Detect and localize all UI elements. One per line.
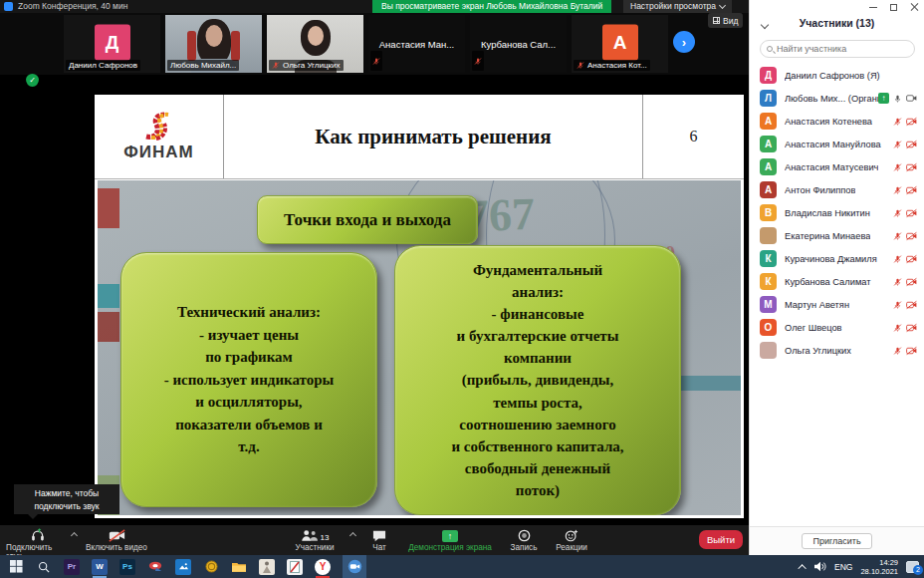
record-icon — [518, 529, 531, 542]
app-icon-document[interactable] — [287, 559, 303, 575]
photos-icon[interactable] — [175, 559, 191, 575]
text-line: показатели объемов и — [175, 414, 323, 436]
search-input[interactable] — [777, 44, 896, 54]
participant-row[interactable]: К Курбанова Салимат — [750, 270, 924, 293]
coin-app-icon[interactable] — [203, 559, 219, 575]
mic-off-icon — [893, 231, 902, 241]
zoom-taskbar-icon[interactable] — [343, 555, 366, 578]
file-explorer-icon[interactable] — [231, 559, 247, 575]
start-video-button[interactable]: Включить видео — [82, 527, 151, 552]
photos-glyph — [179, 562, 188, 571]
action-center-icon[interactable]: 2 — [906, 561, 919, 573]
yandex-browser-icon[interactable]: Y — [315, 559, 331, 575]
participant-row[interactable]: Д Даниил Сафронов (Я) — [750, 64, 924, 87]
video-tile[interactable]: Ольга Углицких — [267, 15, 363, 73]
avatar: А — [760, 158, 777, 175]
person-face — [308, 26, 324, 46]
participant-row[interactable]: К Курачинова Джамиля — [750, 247, 924, 270]
fundamental-analysis-box: Фундаментальный анализ: - финансовые и б… — [394, 245, 681, 515]
participants-options-caret-icon[interactable] — [349, 532, 356, 539]
folder-glyph — [232, 561, 246, 572]
camera-icon — [906, 94, 917, 103]
start-button[interactable] — [8, 559, 24, 575]
search-icon — [767, 46, 773, 52]
invite-button[interactable]: Пригласить — [802, 533, 871, 549]
document-glyph — [290, 561, 300, 573]
avatar: О — [760, 319, 777, 336]
zoom-toolbar: Подключить звук Включить видео 13 — [0, 525, 749, 555]
media-player-icon[interactable] — [147, 559, 163, 575]
zoom-camera-glyph — [347, 559, 362, 574]
share-screen-icon: ↑ — [442, 530, 458, 542]
reactions-button[interactable]: Реакции — [550, 527, 593, 552]
text-line: - изучает цены — [199, 324, 299, 347]
taskbar-clock[interactable]: 14:29 28.10.2021 — [860, 558, 898, 576]
camera-off-icon — [109, 529, 125, 542]
participant-row[interactable]: А Антон Филиппов — [750, 178, 924, 201]
video-tile[interactable]: А Анастасия Кот... — [572, 15, 668, 73]
taskbar-date: 28.10.2021 — [860, 567, 898, 576]
screen-share-banner: Вы просматриваете экран Любовь Михайловн… — [372, 0, 611, 13]
video-tile[interactable]: Курбанова Сал... — [470, 15, 567, 73]
camera-off-icon — [906, 346, 917, 356]
participant-search[interactable] — [760, 40, 915, 58]
participant-name: Любовь Мих... (Организатор) — [785, 94, 886, 104]
participants-label: Участники — [295, 543, 334, 552]
photoshop-icon[interactable]: Ps — [119, 559, 135, 575]
share-screen-button[interactable]: ↑ Демонстрация экрана — [402, 527, 498, 552]
video-tile-active-speaker[interactable]: Любовь Михайл... — [165, 15, 262, 73]
participant-name: Курачинова Джамиля — [785, 254, 877, 264]
participant-name: Анастасия Котенева — [785, 117, 872, 127]
participants-button[interactable]: 13 Участники — [287, 527, 343, 552]
participant-row[interactable]: А Анастасия Матусевич — [750, 155, 924, 178]
close-icon[interactable] — [910, 3, 918, 11]
view-settings-button[interactable]: Настройки просмотра — [623, 0, 732, 13]
participant-row[interactable]: О Олег Швецов — [750, 316, 924, 339]
video-tile[interactable]: Д Даниил Сафронов — [64, 15, 160, 73]
view-button[interactable]: Вид — [708, 13, 743, 28]
avatar: Д — [95, 25, 130, 61]
participant-row[interactable]: А Анастасия Котенева — [750, 110, 924, 133]
taskbar-time: 14:29 — [879, 558, 898, 567]
participants-list: Д Даниил Сафронов (Я) Л Любовь Мих... (О… — [750, 64, 924, 362]
zoom-app-icon — [4, 2, 13, 11]
camera-off-icon — [906, 277, 917, 287]
language-indicator[interactable]: ENG — [834, 562, 852, 572]
camera-off-icon — [906, 231, 917, 241]
avatar: Л — [760, 90, 777, 107]
mic-off-icon — [893, 323, 902, 333]
avatar: А — [760, 181, 777, 198]
chevron-down-icon — [719, 2, 726, 9]
volume-icon[interactable] — [814, 561, 826, 572]
premiere-icon[interactable]: Pr — [64, 559, 80, 575]
participant-name: Олег Швецов — [785, 323, 842, 333]
mic-off-icon — [893, 208, 902, 218]
video-tile[interactable]: Анастасия Ман... — [368, 15, 465, 73]
next-participants-button[interactable]: › — [673, 31, 695, 53]
text-line: и бухгалтерские отчеты — [457, 325, 619, 347]
mic-off-icon — [893, 140, 902, 149]
hidden-icons-chevron-icon[interactable] — [798, 564, 806, 572]
avatar: А — [760, 136, 777, 152]
record-button[interactable]: Запись — [506, 527, 542, 552]
participant-row[interactable]: Екатерина Минаева — [750, 224, 924, 247]
video-strip: Д Даниил Сафронов Любовь Михайл... — [0, 13, 749, 75]
security-shield-icon[interactable]: ✓ — [26, 74, 39, 87]
participants-icon — [301, 529, 319, 542]
mic-off-icon — [893, 162, 902, 172]
taskbar-search-button[interactable] — [36, 559, 52, 575]
participant-row[interactable]: Ольга Углицких — [750, 339, 924, 362]
chat-button[interactable]: Чат — [364, 527, 394, 552]
chair-shape — [231, 31, 240, 61]
finam-wordmark: ФИНАМ — [123, 143, 193, 162]
audio-options-caret-icon[interactable] — [71, 532, 78, 539]
app-icon-figure[interactable] — [259, 559, 275, 575]
participant-row[interactable]: М Мартун Аветян — [750, 293, 924, 316]
participant-row[interactable]: Л Любовь Мих... (Организатор) ↑ — [750, 87, 924, 110]
participant-row[interactable]: В Владислав Никитин — [750, 201, 924, 224]
participant-row[interactable]: А Анастасия Мануйлова — [750, 133, 924, 155]
minimize-icon[interactable] — [869, 7, 877, 8]
word-icon[interactable]: W — [92, 559, 108, 575]
maximize-icon[interactable] — [890, 4, 897, 11]
leave-button[interactable]: Выйти — [699, 530, 743, 549]
